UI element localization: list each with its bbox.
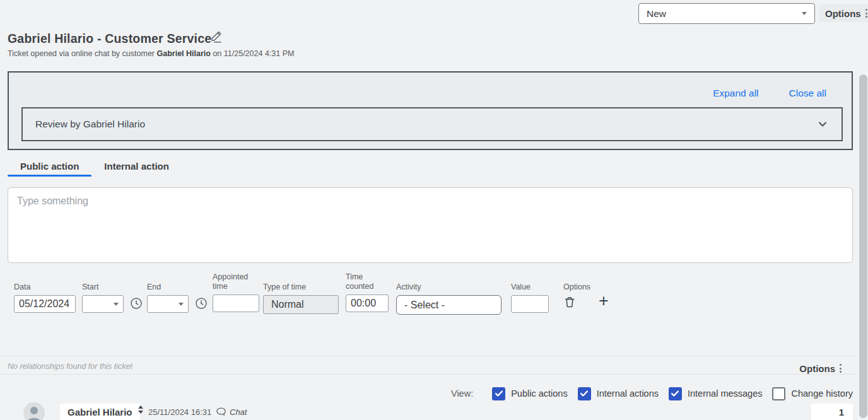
filter-internal-actions[interactable]: Internal actions <box>578 387 659 400</box>
timeline-author[interactable]: Gabriel Hilario <box>60 404 140 420</box>
chevron-down-icon <box>114 303 119 306</box>
data-field-input[interactable] <box>14 295 76 313</box>
type-of-time-field: Normal <box>263 295 339 314</box>
review-section-title: Review by Gabriel Hilario <box>35 119 145 130</box>
subtitle-suffix: on 11/25/2024 4:31 PM <box>213 49 294 58</box>
vertical-scrollbar-thumb[interactable] <box>859 74 867 418</box>
type-of-time-value: Normal <box>271 299 304 310</box>
view-filter-row: View: Public actions Internal actions In… <box>451 384 853 403</box>
data-field-label: Data <box>14 283 76 292</box>
workflow-panel: Expand all Close all Review by Gabriel H… <box>8 71 853 150</box>
start-field-label: Start <box>82 283 124 292</box>
action-text-input[interactable] <box>8 187 853 263</box>
vertical-scrollbar-track[interactable] <box>858 71 868 420</box>
tab-public-action[interactable]: Public action <box>8 156 91 175</box>
chevron-down-icon <box>179 303 184 306</box>
start-clock-icon[interactable] <box>129 296 143 310</box>
page-title: Gabriel Hilario - Customer Service <box>8 32 211 46</box>
tab-label: Internal action <box>104 161 169 172</box>
end-field-label: End <box>147 283 189 292</box>
checkbox-checked-icon <box>492 387 505 400</box>
timeline-timestamp: 25/11/2024 16:31 <box>148 407 211 417</box>
action-tabs: Public action Internal action <box>8 156 182 175</box>
kebab-menu-icon <box>865 9 867 18</box>
expand-all-link[interactable]: Expand all <box>713 88 758 99</box>
type-of-time-label: Type of time <box>263 283 339 292</box>
chat-channel-icon <box>215 406 227 418</box>
ticket-status-value: New <box>647 8 666 20</box>
edit-title-icon[interactable] <box>209 29 225 44</box>
appointed-time-input[interactable] <box>213 295 259 312</box>
end-clock-icon[interactable] <box>194 296 208 310</box>
kebab-menu-icon <box>840 364 842 373</box>
sort-toggle-icon[interactable] <box>138 405 143 414</box>
filter-public-actions[interactable]: Public actions <box>492 387 567 400</box>
filter-label: Public actions <box>511 388 567 399</box>
checkbox-unchecked-icon <box>772 387 785 400</box>
delete-row-icon[interactable] <box>563 296 576 308</box>
row-options-label: Options <box>563 283 639 292</box>
time-counted-input[interactable] <box>346 295 389 312</box>
filter-change-history[interactable]: Change history <box>772 387 853 400</box>
time-accounting-form: Data Start End Appointed time Type of ti… <box>0 272 868 322</box>
divider <box>0 374 858 375</box>
activity-label: Activity <box>396 283 501 292</box>
relationships-empty-text: No relationships found for this ticket <box>8 362 132 371</box>
timeline-count-badge: 1 <box>811 404 853 420</box>
tab-label: Public action <box>20 161 79 172</box>
ticket-detail-page: New Options Gabriel Hilario - Customer S… <box>0 0 868 420</box>
time-counted-label: Time counted <box>346 272 389 291</box>
activity-select-value: - Select - <box>404 300 445 311</box>
filter-label: Change history <box>791 388 853 399</box>
subtitle-customer-name: Gabriel Hilario <box>156 49 210 58</box>
checkbox-checked-icon <box>578 387 591 400</box>
add-row-icon[interactable]: + <box>599 295 609 307</box>
filter-label: Internal actions <box>597 388 659 399</box>
timeline-channel-label: Chat <box>230 407 247 417</box>
subtitle-prefix: Ticket opened via online chat by custome… <box>8 49 155 58</box>
ticket-subtitle: Ticket opened via online chat by custome… <box>8 49 294 58</box>
ticket-status-select[interactable]: New <box>638 3 815 24</box>
review-section-header[interactable]: Review by Gabriel Hilario <box>21 107 843 141</box>
filter-internal-messages[interactable]: Internal messages <box>669 387 762 400</box>
view-label: View: <box>451 388 473 399</box>
divider <box>0 356 858 356</box>
value-field-label: Value <box>511 283 549 292</box>
close-all-link[interactable]: Close all <box>789 88 826 99</box>
tab-internal-action[interactable]: Internal action <box>91 156 182 175</box>
appointed-time-label: Appointed time <box>213 272 259 291</box>
options-label: Options <box>799 363 835 374</box>
chevron-down-icon <box>802 12 807 15</box>
filter-label: Internal messages <box>688 388 762 399</box>
checkbox-checked-icon <box>669 387 682 400</box>
activity-select[interactable]: - Select - <box>396 295 501 315</box>
header-options-button[interactable]: Options <box>819 4 868 22</box>
end-time-select[interactable] <box>147 295 189 313</box>
start-time-select[interactable] <box>82 295 124 313</box>
chevron-down-icon <box>816 118 829 131</box>
value-field-input[interactable] <box>511 295 549 313</box>
options-label: Options <box>825 8 861 19</box>
composer-toolbar: $ A Apply macro Keep current status ADD … <box>0 323 868 349</box>
avatar <box>23 402 45 420</box>
